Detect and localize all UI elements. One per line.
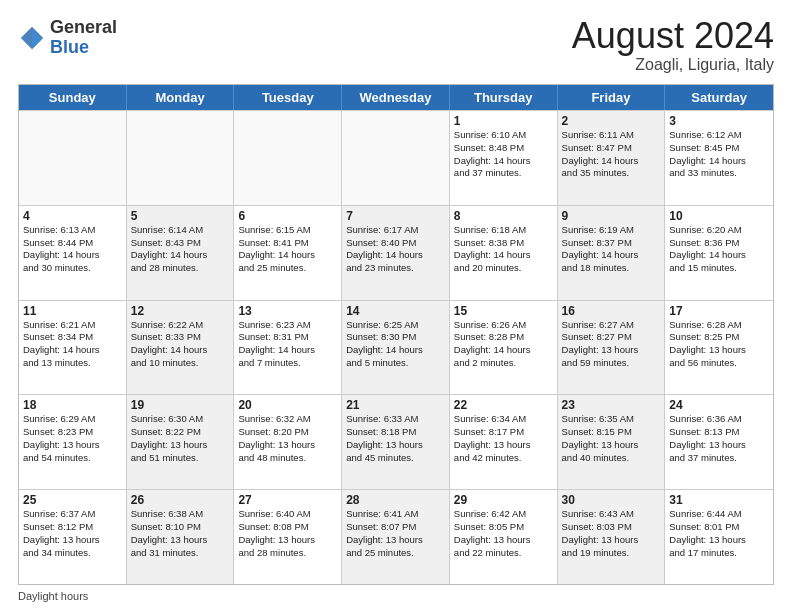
- empty-cell-r0-c0: [19, 111, 127, 205]
- day-number-13: 13: [238, 304, 337, 318]
- empty-cell-r0-c2: [234, 111, 342, 205]
- day-info-11: Sunrise: 6:21 AMSunset: 8:34 PMDaylight:…: [23, 319, 122, 370]
- day-cell-9: 9Sunrise: 6:19 AMSunset: 8:37 PMDaylight…: [558, 206, 666, 300]
- day-number-7: 7: [346, 209, 445, 223]
- day-info-5: Sunrise: 6:14 AMSunset: 8:43 PMDaylight:…: [131, 224, 230, 275]
- day-cell-31: 31Sunrise: 6:44 AMSunset: 8:01 PMDayligh…: [665, 490, 773, 584]
- day-cell-10: 10Sunrise: 6:20 AMSunset: 8:36 PMDayligh…: [665, 206, 773, 300]
- day-number-4: 4: [23, 209, 122, 223]
- day-info-10: Sunrise: 6:20 AMSunset: 8:36 PMDaylight:…: [669, 224, 769, 275]
- day-number-29: 29: [454, 493, 553, 507]
- day-number-2: 2: [562, 114, 661, 128]
- day-number-3: 3: [669, 114, 769, 128]
- day-cell-11: 11Sunrise: 6:21 AMSunset: 8:34 PMDayligh…: [19, 301, 127, 395]
- day-cell-6: 6Sunrise: 6:15 AMSunset: 8:41 PMDaylight…: [234, 206, 342, 300]
- calendar-row-2: 4Sunrise: 6:13 AMSunset: 8:44 PMDaylight…: [19, 205, 773, 300]
- day-cell-28: 28Sunrise: 6:41 AMSunset: 8:07 PMDayligh…: [342, 490, 450, 584]
- day-info-12: Sunrise: 6:22 AMSunset: 8:33 PMDaylight:…: [131, 319, 230, 370]
- day-number-26: 26: [131, 493, 230, 507]
- page: General Blue August 2024 Zoagli, Liguria…: [0, 0, 792, 612]
- header-day-monday: Monday: [127, 85, 235, 110]
- day-cell-19: 19Sunrise: 6:30 AMSunset: 8:22 PMDayligh…: [127, 395, 235, 489]
- day-info-4: Sunrise: 6:13 AMSunset: 8:44 PMDaylight:…: [23, 224, 122, 275]
- day-cell-24: 24Sunrise: 6:36 AMSunset: 8:13 PMDayligh…: [665, 395, 773, 489]
- day-number-20: 20: [238, 398, 337, 412]
- day-info-21: Sunrise: 6:33 AMSunset: 8:18 PMDaylight:…: [346, 413, 445, 464]
- calendar-row-4: 18Sunrise: 6:29 AMSunset: 8:23 PMDayligh…: [19, 394, 773, 489]
- day-number-1: 1: [454, 114, 553, 128]
- day-number-27: 27: [238, 493, 337, 507]
- day-cell-1: 1Sunrise: 6:10 AMSunset: 8:48 PMDaylight…: [450, 111, 558, 205]
- day-number-17: 17: [669, 304, 769, 318]
- day-number-12: 12: [131, 304, 230, 318]
- header-day-tuesday: Tuesday: [234, 85, 342, 110]
- calendar-body: 1Sunrise: 6:10 AMSunset: 8:48 PMDaylight…: [19, 110, 773, 584]
- day-info-24: Sunrise: 6:36 AMSunset: 8:13 PMDaylight:…: [669, 413, 769, 464]
- day-info-2: Sunrise: 6:11 AMSunset: 8:47 PMDaylight:…: [562, 129, 661, 180]
- day-number-19: 19: [131, 398, 230, 412]
- day-cell-20: 20Sunrise: 6:32 AMSunset: 8:20 PMDayligh…: [234, 395, 342, 489]
- empty-cell-r0-c1: [127, 111, 235, 205]
- day-number-10: 10: [669, 209, 769, 223]
- day-number-21: 21: [346, 398, 445, 412]
- logo-icon: [18, 24, 46, 52]
- footer-label: Daylight hours: [18, 590, 88, 602]
- header-day-friday: Friday: [558, 85, 666, 110]
- day-cell-5: 5Sunrise: 6:14 AMSunset: 8:43 PMDaylight…: [127, 206, 235, 300]
- title-block: August 2024 Zoagli, Liguria, Italy: [572, 18, 774, 74]
- day-info-25: Sunrise: 6:37 AMSunset: 8:12 PMDaylight:…: [23, 508, 122, 559]
- day-number-5: 5: [131, 209, 230, 223]
- month-title: August 2024: [572, 18, 774, 54]
- header-day-sunday: Sunday: [19, 85, 127, 110]
- day-info-20: Sunrise: 6:32 AMSunset: 8:20 PMDaylight:…: [238, 413, 337, 464]
- day-cell-22: 22Sunrise: 6:34 AMSunset: 8:17 PMDayligh…: [450, 395, 558, 489]
- header: General Blue August 2024 Zoagli, Liguria…: [18, 18, 774, 74]
- day-cell-2: 2Sunrise: 6:11 AMSunset: 8:47 PMDaylight…: [558, 111, 666, 205]
- day-cell-17: 17Sunrise: 6:28 AMSunset: 8:25 PMDayligh…: [665, 301, 773, 395]
- day-info-29: Sunrise: 6:42 AMSunset: 8:05 PMDaylight:…: [454, 508, 553, 559]
- header-day-wednesday: Wednesday: [342, 85, 450, 110]
- day-number-16: 16: [562, 304, 661, 318]
- day-number-22: 22: [454, 398, 553, 412]
- logo-blue-text: Blue: [50, 37, 89, 57]
- day-info-16: Sunrise: 6:27 AMSunset: 8:27 PMDaylight:…: [562, 319, 661, 370]
- logo-general-text: General: [50, 17, 117, 37]
- day-info-7: Sunrise: 6:17 AMSunset: 8:40 PMDaylight:…: [346, 224, 445, 275]
- day-info-14: Sunrise: 6:25 AMSunset: 8:30 PMDaylight:…: [346, 319, 445, 370]
- day-info-9: Sunrise: 6:19 AMSunset: 8:37 PMDaylight:…: [562, 224, 661, 275]
- day-number-8: 8: [454, 209, 553, 223]
- calendar-header-row: SundayMondayTuesdayWednesdayThursdayFrid…: [19, 85, 773, 110]
- day-info-30: Sunrise: 6:43 AMSunset: 8:03 PMDaylight:…: [562, 508, 661, 559]
- footer: Daylight hours: [18, 590, 774, 602]
- calendar-row-1: 1Sunrise: 6:10 AMSunset: 8:48 PMDaylight…: [19, 110, 773, 205]
- header-day-saturday: Saturday: [665, 85, 773, 110]
- day-cell-14: 14Sunrise: 6:25 AMSunset: 8:30 PMDayligh…: [342, 301, 450, 395]
- day-info-19: Sunrise: 6:30 AMSunset: 8:22 PMDaylight:…: [131, 413, 230, 464]
- day-cell-12: 12Sunrise: 6:22 AMSunset: 8:33 PMDayligh…: [127, 301, 235, 395]
- day-cell-30: 30Sunrise: 6:43 AMSunset: 8:03 PMDayligh…: [558, 490, 666, 584]
- day-number-25: 25: [23, 493, 122, 507]
- day-info-22: Sunrise: 6:34 AMSunset: 8:17 PMDaylight:…: [454, 413, 553, 464]
- day-number-14: 14: [346, 304, 445, 318]
- day-number-23: 23: [562, 398, 661, 412]
- day-info-3: Sunrise: 6:12 AMSunset: 8:45 PMDaylight:…: [669, 129, 769, 180]
- day-info-27: Sunrise: 6:40 AMSunset: 8:08 PMDaylight:…: [238, 508, 337, 559]
- day-info-31: Sunrise: 6:44 AMSunset: 8:01 PMDaylight:…: [669, 508, 769, 559]
- day-cell-21: 21Sunrise: 6:33 AMSunset: 8:18 PMDayligh…: [342, 395, 450, 489]
- day-number-11: 11: [23, 304, 122, 318]
- day-number-15: 15: [454, 304, 553, 318]
- day-cell-8: 8Sunrise: 6:18 AMSunset: 8:38 PMDaylight…: [450, 206, 558, 300]
- day-info-15: Sunrise: 6:26 AMSunset: 8:28 PMDaylight:…: [454, 319, 553, 370]
- location-title: Zoagli, Liguria, Italy: [572, 56, 774, 74]
- day-cell-23: 23Sunrise: 6:35 AMSunset: 8:15 PMDayligh…: [558, 395, 666, 489]
- day-number-6: 6: [238, 209, 337, 223]
- day-info-28: Sunrise: 6:41 AMSunset: 8:07 PMDaylight:…: [346, 508, 445, 559]
- day-info-6: Sunrise: 6:15 AMSunset: 8:41 PMDaylight:…: [238, 224, 337, 275]
- day-info-1: Sunrise: 6:10 AMSunset: 8:48 PMDaylight:…: [454, 129, 553, 180]
- day-cell-7: 7Sunrise: 6:17 AMSunset: 8:40 PMDaylight…: [342, 206, 450, 300]
- calendar-row-5: 25Sunrise: 6:37 AMSunset: 8:12 PMDayligh…: [19, 489, 773, 584]
- day-cell-25: 25Sunrise: 6:37 AMSunset: 8:12 PMDayligh…: [19, 490, 127, 584]
- day-info-23: Sunrise: 6:35 AMSunset: 8:15 PMDaylight:…: [562, 413, 661, 464]
- day-cell-18: 18Sunrise: 6:29 AMSunset: 8:23 PMDayligh…: [19, 395, 127, 489]
- day-number-30: 30: [562, 493, 661, 507]
